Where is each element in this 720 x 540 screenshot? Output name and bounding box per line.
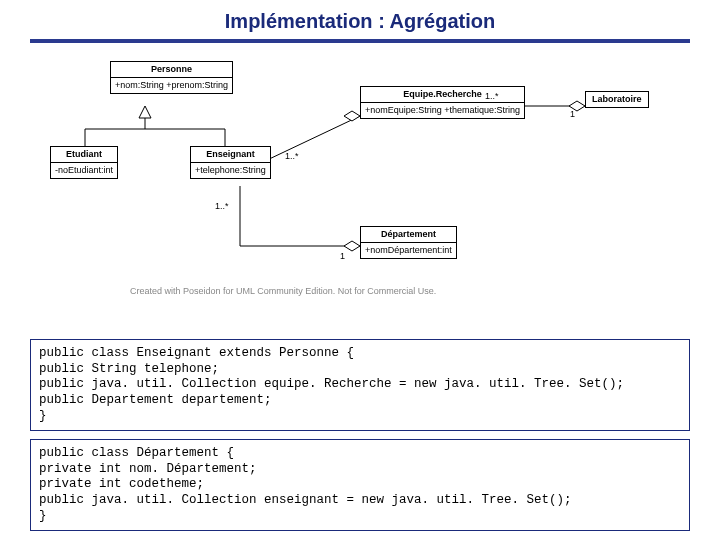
code-line: }	[39, 509, 681, 525]
page-title: Implémentation : Agrégation	[0, 0, 720, 39]
uml-class-attrs: +nomDépartement:int	[361, 243, 456, 258]
uml-class-name: Etudiant	[51, 147, 117, 163]
code-line: }	[39, 409, 681, 425]
code-line: public String telephone;	[39, 362, 681, 378]
svg-marker-0	[139, 106, 151, 118]
uml-departement: Département +nomDépartement:int	[360, 226, 457, 259]
code-line: public Departement departement;	[39, 393, 681, 409]
code-line: public java. util. Collection enseignant…	[39, 493, 681, 509]
uml-class-attrs: -noEtudiant:int	[51, 163, 117, 178]
code-block-enseignant: public class Enseignant extends Personne…	[30, 339, 690, 431]
uml-class-attrs: +nom:String +prenom:String	[111, 78, 232, 93]
uml-class-name: Département	[361, 227, 456, 243]
svg-marker-6	[344, 111, 360, 121]
uml-class-name: Equipe.Recherche	[361, 87, 524, 103]
multiplicity: 1	[570, 109, 575, 119]
multiplicity: 1..*	[215, 201, 229, 211]
code-line: private int nom. Département;	[39, 462, 681, 478]
code-block-departement: public class Département { private int n…	[30, 439, 690, 531]
code-line: public class Département {	[39, 446, 681, 462]
uml-equipe-recherche: Equipe.Recherche +nomEquipe:String +them…	[360, 86, 525, 119]
code-line: private int codetheme;	[39, 477, 681, 493]
uml-class-name: Personne	[111, 62, 232, 78]
code-line: public class Enseignant extends Personne…	[39, 346, 681, 362]
multiplicity: 1..*	[285, 151, 299, 161]
uml-diagram: Personne +nom:String +prenom:String Etud…	[30, 51, 690, 331]
uml-class-name: Laboratoire	[586, 92, 648, 107]
uml-enseignant: Enseignant +telephone:String	[190, 146, 271, 179]
svg-line-5	[265, 116, 360, 161]
uml-class-attrs: +telephone:String	[191, 163, 270, 178]
code-line: public java. util. Collection equipe. Re…	[39, 377, 681, 393]
uml-laboratoire: Laboratoire	[585, 91, 649, 108]
title-rule	[30, 39, 690, 43]
uml-class-name: Enseignant	[191, 147, 270, 163]
multiplicity: 1	[340, 251, 345, 261]
uml-personne: Personne +nom:String +prenom:String	[110, 61, 233, 94]
uml-etudiant: Etudiant -noEtudiant:int	[50, 146, 118, 179]
uml-class-attrs: +nomEquipe:String +thematique:String	[361, 103, 524, 118]
multiplicity: 1..*	[485, 91, 499, 101]
svg-marker-11	[344, 241, 360, 251]
watermark-text: Created with Poseidon for UML Community …	[130, 286, 436, 296]
